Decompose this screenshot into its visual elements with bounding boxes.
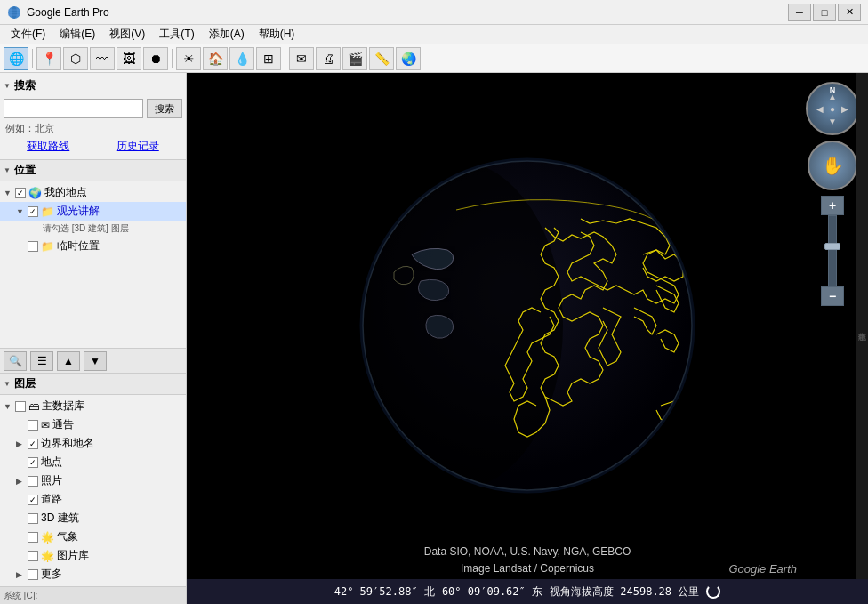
close-button[interactable]: ✕ — [838, 4, 861, 21]
toolbar-polygon[interactable]: ⬡ — [63, 47, 88, 70]
menu-add[interactable]: 添加(A) — [202, 25, 252, 44]
my-places-checkbox[interactable] — [15, 188, 26, 198]
roads-checkbox[interactable] — [28, 495, 38, 505]
toolbar-grid[interactable]: ⊞ — [256, 47, 281, 70]
compass-w-btn[interactable]: ◀ — [814, 102, 826, 115]
toolbar-sun[interactable]: ☀ — [176, 47, 201, 70]
photos-checkbox[interactable] — [28, 476, 38, 487]
places-list-btn[interactable]: ☰ — [30, 351, 53, 371]
status-bar: 42° 59′52.88″ 北 60° 09′09.62″ 东 视角海拔高度 2… — [187, 579, 868, 604]
menu-file[interactable]: 文件(F) — [4, 25, 52, 44]
layer-maindb[interactable]: ▼ 🗃 主数据库 — [0, 397, 186, 415]
get-route-link[interactable]: 获取路线 — [27, 139, 69, 154]
places-down-btn[interactable]: ▼ — [84, 351, 107, 371]
zoom-slider-thumb[interactable] — [824, 243, 840, 250]
layer-roads[interactable]: 道路 — [0, 490, 186, 509]
search-button[interactable]: 搜索 — [147, 99, 182, 118]
more-expander: ▶ — [16, 570, 25, 579]
compass-e-btn[interactable]: ▶ — [839, 102, 851, 115]
maximize-button[interactable]: □ — [813, 4, 836, 21]
zoom-in-button[interactable]: + — [821, 196, 844, 215]
tour-checkbox[interactable] — [28, 206, 38, 217]
toolbar-print[interactable]: 🖨 — [316, 47, 341, 70]
layer-borders[interactable]: ▶ 边界和地名 — [0, 434, 186, 453]
borders-label: 边界和地名 — [41, 436, 94, 451]
places-my-places[interactable]: ▼ 🌍 我的地点 — [0, 183, 186, 202]
places-layer-label: 地点 — [41, 455, 62, 470]
maindb-checkbox[interactable] — [15, 401, 26, 412]
toolbar-movie[interactable]: 🎬 — [342, 47, 367, 70]
toolbar-street[interactable]: 🏠 — [203, 47, 228, 70]
compass[interactable]: N ▲ ◀ ● ▶ ▼ — [806, 82, 859, 135]
toolbar-earth2[interactable]: 🌏 — [396, 47, 421, 70]
zoom-slider[interactable] — [828, 215, 837, 286]
title-controls: ─ □ ✕ — [788, 4, 861, 21]
toolbar-liquid[interactable]: 💧 — [229, 47, 254, 70]
menu-tools[interactable]: 工具(T) — [152, 25, 201, 44]
map-area[interactable]: Data SIO, NOAA, U.S. Navy, NGA, GEBCO Im… — [187, 73, 868, 604]
toolbar: 🌐 📍 ⬡ 〰 🖼 ⏺ ☀ 🏠 💧 ⊞ ✉ 🖨 🎬 📏 🌏 — [0, 44, 868, 73]
attribution-line1: Data SIO, NOAA, U.S. Navy, NGA, GEBCO — [187, 544, 868, 560]
layers-header[interactable]: ▼ 图层 — [0, 374, 186, 395]
compass-center[interactable]: ● — [826, 102, 839, 115]
toolbar-image[interactable]: 🖼 — [117, 47, 141, 70]
menu-edit[interactable]: 编辑(E) — [52, 25, 102, 44]
toolbar-sep2 — [172, 49, 173, 68]
layer-more[interactable]: ▶ 更多 — [0, 565, 186, 584]
maindb-label: 主数据库 — [42, 399, 84, 414]
status-lon: 60° 09′09.62″ 东 — [442, 584, 542, 600]
search-header[interactable]: ▼ 搜索 — [4, 77, 182, 95]
minimize-button[interactable]: ─ — [788, 4, 811, 21]
layer-photos[interactable]: ▶ 照片 — [0, 471, 186, 490]
temp-label: 临时位置 — [57, 238, 100, 254]
toolbar-path[interactable]: 〰 — [90, 47, 115, 70]
compass-s-btn[interactable]: ▼ — [826, 115, 839, 127]
toolbar-globe[interactable]: 🌐 — [4, 47, 28, 70]
toolbar-measure[interactable]: 📏 — [369, 47, 394, 70]
toolbar-email[interactable]: ✉ — [289, 47, 314, 70]
earth-globe — [341, 139, 714, 512]
layer-places[interactable]: 地点 — [0, 453, 186, 471]
borders-checkbox[interactable] — [28, 439, 38, 449]
3d-checkbox[interactable] — [28, 513, 38, 524]
temp-checkbox[interactable] — [28, 241, 38, 252]
places-search-btn[interactable]: 🔍 — [4, 351, 27, 371]
gallery-checkbox[interactable] — [28, 551, 38, 561]
photos-label: 照片 — [41, 473, 62, 488]
layers-tree: ▼ 🗃 主数据库 ✉ 通告 ▶ 边界和地名 — [0, 395, 186, 586]
layer-weather[interactable]: 🌟 气象 — [0, 527, 186, 546]
compass-north-label: N — [830, 85, 836, 94]
places-tour[interactable]: ▼ 📁 观光讲解 — [0, 202, 186, 221]
places-up-btn[interactable]: ▲ — [57, 351, 80, 371]
places-header[interactable]: ▼ 位置 — [0, 160, 186, 181]
layer-gallery[interactable]: 🌟 图片库 — [0, 546, 186, 565]
left-panel: ▼ 搜索 搜索 例如：北京 获取路线 历史记录 ▼ 位置 ▼ — [0, 73, 187, 604]
zoom-out-button[interactable]: − — [821, 286, 844, 306]
my-places-icon: 🌍 — [28, 187, 42, 199]
menu-bar: 文件(F) 编辑(E) 视图(V) 工具(T) 添加(A) 帮助(H) — [0, 25, 868, 44]
layer-3d[interactable]: 3D 建筑 — [0, 509, 186, 527]
history-link[interactable]: 历史记录 — [117, 139, 159, 154]
notice-icon: ✉ — [41, 419, 50, 431]
places-triangle: ▼ — [4, 166, 11, 174]
toolbar-placemark[interactable]: 📍 — [36, 47, 61, 70]
app-icon — [7, 5, 21, 20]
menu-view[interactable]: 视图(V) — [102, 25, 152, 44]
search-input[interactable] — [4, 99, 143, 118]
gallery-label: 图片库 — [57, 548, 89, 563]
weather-checkbox[interactable] — [28, 532, 38, 543]
photos-expander: ▶ — [16, 477, 25, 486]
temp-icon: 📁 — [41, 240, 54, 253]
toolbar-record[interactable]: ⏺ — [143, 47, 168, 70]
menu-help[interactable]: 帮助(H) — [252, 25, 302, 44]
more-checkbox[interactable] — [28, 569, 38, 580]
places-temp[interactable]: 📁 临时位置 — [0, 237, 186, 255]
places-layer-checkbox[interactable] — [28, 457, 38, 468]
title-left: Google Earth Pro — [7, 5, 109, 20]
system-status: 系统 [C]: — [4, 590, 37, 602]
layer-notice[interactable]: ✉ 通告 — [0, 415, 186, 434]
pan-control[interactable]: ✋ — [808, 141, 857, 190]
notice-checkbox[interactable] — [28, 420, 38, 431]
search-triangle: ▼ — [4, 82, 11, 90]
gallery-icon: 🌟 — [41, 550, 54, 562]
